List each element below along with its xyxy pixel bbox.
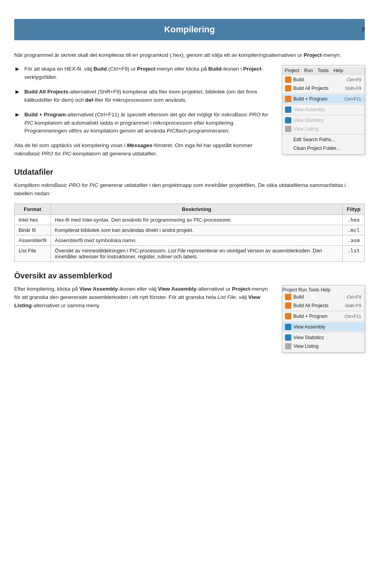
table-header-beskrivning: Beskrivning xyxy=(51,204,343,215)
menu2-view-listing-icon xyxy=(285,343,292,350)
table-header-filtyp: Filtyp xyxy=(343,204,365,215)
menu2-label-build-all: Build All Projects xyxy=(293,303,328,308)
def-label: def xyxy=(85,97,93,103)
table-row: List File Översikt av minnestilldelninge… xyxy=(15,246,365,262)
table-cell-desc-1: Hex-fil med Intel-syntax. Den används fö… xyxy=(51,215,343,225)
menu2-item-view-stats: View Statistics xyxy=(282,333,364,342)
menu2-shortcut-build-all: Shift+F9 xyxy=(338,303,361,308)
table-cell-desc-4: Översikt av minnestilldelningen i PIC-pr… xyxy=(51,246,343,262)
mikrobasic-label-3: mikroBasic PRO for PIC xyxy=(41,182,98,188)
bullet-arrow-3: ► xyxy=(14,111,21,136)
menu-divider-3 xyxy=(282,115,364,115)
build-icon-label: Build xyxy=(208,66,221,72)
build-program-icon xyxy=(285,95,292,103)
menu2-view-assembly-icon xyxy=(285,323,292,330)
menu2-label-build: Build xyxy=(293,294,304,300)
page-title: Kompilering xyxy=(14,19,365,40)
view-listing-icon xyxy=(285,125,292,133)
view-assembly-label-bold: View Assembly xyxy=(79,286,118,292)
menu2-label-view-stats: View Statistics xyxy=(293,335,324,340)
menu-bar-tools: Tools xyxy=(317,68,328,73)
menu2-divider-2 xyxy=(282,321,364,322)
menu-label-build-all: Build All Projects xyxy=(293,86,328,91)
menu2-build-program-icon xyxy=(285,313,292,320)
bullet-item-2: ► Build All Projects-alternativet (Shift… xyxy=(14,88,275,105)
utdata-table: Format Beskrivning Filtyp Intel hex Hex-… xyxy=(14,203,365,262)
menu-label-edit-paths: Edit Search Paths... xyxy=(293,137,335,142)
menu-item-clean: Clean Project Folder... xyxy=(282,144,364,153)
table-row: Intel hex Hex-fil med Intel-syntax. Den … xyxy=(15,215,365,225)
intro-paragraph: När programmet är skrivet skall det komp… xyxy=(14,51,365,60)
menu-bar-project: Project xyxy=(285,68,299,73)
build-all-icon xyxy=(285,85,292,92)
menu-item-edit-paths: Edit Search Paths... xyxy=(282,135,364,144)
menu-item-view-listing: View Listing xyxy=(282,125,364,133)
bullet-item-1: ► För att skapa en HEX-fil, välj Build (… xyxy=(14,65,275,82)
build-program-label: Build + Program xyxy=(24,112,66,118)
intro-text-end: -menyn: xyxy=(322,52,341,58)
table-cell-type-3: .asm xyxy=(343,235,365,246)
menu-shortcut-build-all: Shift+F9 xyxy=(338,86,361,91)
menu2-label-view-assembly: View Assembly xyxy=(293,324,325,330)
menu-label-view-stats: View Statistics xyxy=(293,118,324,123)
table-cell-format-3: Assemblerfil xyxy=(15,235,51,246)
menu-item-build-all: Build All Projects Shift+F9 xyxy=(282,84,364,93)
assembly-heading: Översikt av assemblerkod xyxy=(14,271,365,280)
menu-divider-4 xyxy=(282,134,364,134)
menu-bar-2-run: Run xyxy=(298,287,307,293)
menu-label-clean: Clean Project Folder... xyxy=(293,146,340,151)
menu-bar-2: Project Run Tools Help xyxy=(282,287,364,293)
list-file-label: List File xyxy=(218,294,236,300)
menu2-view-stats-icon xyxy=(285,334,292,341)
menu-divider-1 xyxy=(282,93,364,94)
utdatafiler-heading: Utdatafiler xyxy=(14,168,365,177)
main-content: När programmet är skrivet skall det komp… xyxy=(0,51,379,357)
menu2-divider-3 xyxy=(282,332,364,332)
messages-label: Messages xyxy=(127,142,152,148)
menu-shortcut-build: Ctrl+F9 xyxy=(340,77,361,82)
menu-label-build: Build xyxy=(293,77,304,82)
table-cell-format-1: Intel hex xyxy=(15,215,51,225)
menu2-item-view-listing: View Listing xyxy=(282,342,364,351)
bullet-text-2: Build All Projects-alternativet (Shift+F… xyxy=(24,88,275,105)
project-toolbar-label: Project xyxy=(243,66,261,72)
view-assembly-label-bold2: View Assembly xyxy=(158,286,197,292)
menu-bar-2-help: Help xyxy=(321,287,330,293)
menu2-shortcut-build: Ctrl+F9 xyxy=(340,295,361,299)
project-label-1: Project xyxy=(137,66,155,72)
table-cell-type-4: .lst xyxy=(343,246,365,262)
view-assembly-icon xyxy=(285,106,292,113)
bullet-arrow-2: ► xyxy=(14,88,21,105)
menu-bar-1: Project Run Tools Help xyxy=(282,67,364,75)
menu-bar-2-project: Project xyxy=(282,287,297,293)
build-icon xyxy=(285,76,292,83)
menu2-item-build: Build Ctrl+F9 xyxy=(282,293,364,301)
utdatafiler-paragraph: Kompiltorn mikroBasic PRO for PIC genere… xyxy=(14,181,365,198)
menu-item-view-assembly: View Assembly xyxy=(282,105,364,114)
table-cell-type-1: .hex xyxy=(343,215,365,225)
menu-bar-2-tools: Tools xyxy=(308,287,319,293)
table-cell-format-2: Binär fil xyxy=(15,225,51,235)
table-cell-format-4: List File xyxy=(15,246,51,262)
build-label: Build xyxy=(94,66,107,72)
intro-text1: När programmet är skrivet skall det komp… xyxy=(14,52,304,58)
mikrobasic-label-2: mikroBasic PRO for PIC xyxy=(14,151,71,157)
table-row: Binär fil Kompilerat bibliotek som kan a… xyxy=(15,225,365,235)
page-number: 7 xyxy=(362,26,365,33)
menu-bar-run: Run xyxy=(304,68,313,73)
menu-screenshot-2: Project Run Tools Help Build Ctrl+F9 Bui… xyxy=(282,285,365,353)
table-row: Assemblerfil Assemblerfil med symboliska… xyxy=(15,235,365,246)
menu-divider-2 xyxy=(282,104,364,105)
bullet-item-3: ► Build + Program-alternativet (Ctrl+F11… xyxy=(14,111,275,136)
menu2-shortcut-build-program: Ctrl+F11 xyxy=(338,314,362,319)
menu-shortcut-build-program: Ctrl+F11 xyxy=(338,97,362,101)
table-header-format: Format xyxy=(15,204,51,215)
table-cell-type-2: .mcl xyxy=(343,225,365,235)
menu2-item-build-program: Build + Program Ctrl+F11 xyxy=(282,312,364,321)
menu2-item-view-assembly: View Assembly xyxy=(282,323,364,331)
bullet-text-3: Build + Program-alternativet (Ctrl+F11) … xyxy=(24,111,275,136)
view-stats-icon xyxy=(285,117,292,124)
assembly-content: Project Run Tools Help Build Ctrl+F9 Bui… xyxy=(14,285,365,357)
menu-label-build-program: Build + Program xyxy=(293,96,327,102)
menu2-build-icon xyxy=(285,293,292,301)
